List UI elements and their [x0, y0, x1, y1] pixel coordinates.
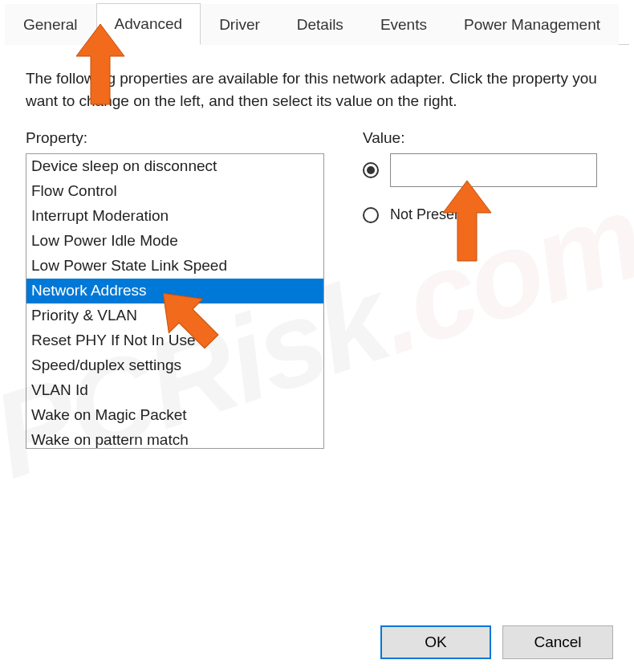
- tab-power-management[interactable]: Power Management: [445, 4, 619, 45]
- description-text: The following properties are available f…: [26, 67, 604, 112]
- property-column: Property: Device sleep on disconnect Flo…: [26, 129, 331, 449]
- value-column: Value: Not Present: [363, 129, 608, 449]
- list-item[interactable]: Device sleep on disconnect: [26, 154, 323, 179]
- radio-not-present[interactable]: [363, 207, 379, 223]
- tab-driver[interactable]: Driver: [201, 4, 278, 45]
- list-item-selected[interactable]: Network Address: [26, 279, 323, 303]
- list-item[interactable]: VLAN Id: [26, 378, 323, 403]
- list-item[interactable]: Interrupt Moderation: [26, 204, 323, 229]
- property-listbox[interactable]: Device sleep on disconnect Flow Control …: [26, 153, 324, 449]
- tab-panel-advanced: The following properties are available f…: [5, 45, 629, 449]
- radio-row-not-present: Not Present: [363, 206, 608, 223]
- list-item[interactable]: Speed/duplex settings: [26, 353, 323, 378]
- dialog: PCRisk.com General Advanced Driver Detai…: [5, 0, 629, 672]
- tab-general[interactable]: General: [5, 4, 96, 45]
- tab-bar: General Advanced Driver Details Events P…: [5, 0, 629, 45]
- button-bar: OK Cancel: [380, 625, 613, 659]
- tab-events[interactable]: Events: [362, 4, 445, 45]
- value-input[interactable]: [390, 153, 597, 187]
- radio-value[interactable]: [363, 162, 379, 178]
- list-item[interactable]: Wake on Magic Packet: [26, 403, 323, 428]
- value-group: Not Present: [363, 153, 608, 223]
- list-item[interactable]: Priority & VLAN: [26, 303, 323, 328]
- list-item[interactable]: Low Power State Link Speed: [26, 254, 323, 279]
- list-item[interactable]: Low Power Idle Mode: [26, 229, 323, 254]
- list-item[interactable]: Reset PHY If Not In Use: [26, 328, 323, 353]
- list-item[interactable]: Wake on pattern match: [26, 428, 323, 449]
- list-item[interactable]: Flow Control: [26, 179, 323, 204]
- tab-advanced[interactable]: Advanced: [96, 3, 201, 45]
- not-present-label: Not Present: [390, 206, 466, 223]
- property-label: Property:: [26, 129, 331, 147]
- ok-button[interactable]: OK: [380, 625, 491, 659]
- radio-row-value: [363, 153, 608, 187]
- cancel-button[interactable]: Cancel: [502, 625, 613, 659]
- value-label: Value:: [363, 129, 608, 147]
- form-row: Property: Device sleep on disconnect Flo…: [26, 129, 608, 449]
- tab-details[interactable]: Details: [278, 4, 362, 45]
